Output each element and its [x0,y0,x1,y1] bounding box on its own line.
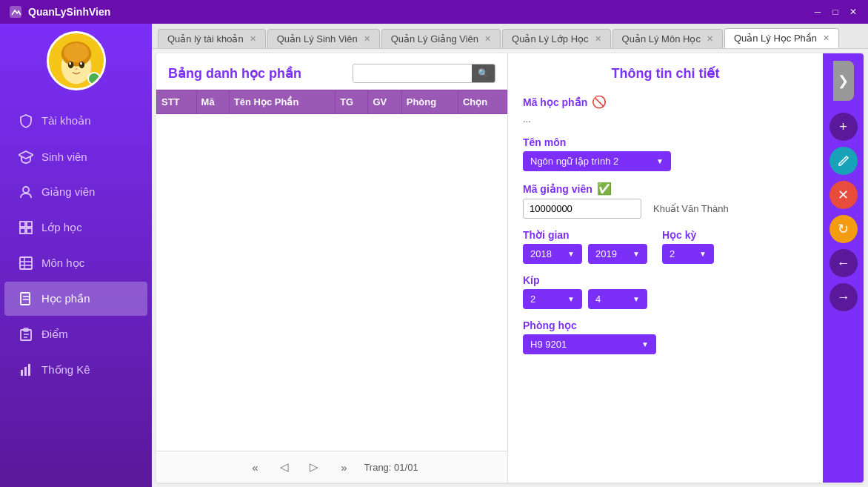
sidebar-label-tai-khoan: Tài khoản [41,114,91,127]
sidebar-label-giang-vien: Giảng viên [41,185,95,199]
phong-hoc-value: H9 9201 [530,339,567,350]
sidebar-item-lop-hoc[interactable]: Lớp học [4,211,147,245]
kip-value1-dropdown[interactable]: 2 ▼ [523,289,582,309]
phong-hoc-dropdown[interactable]: H9 9201 ▼ [523,334,656,354]
tab-label-lop-hoc: Quản Lý Lớp Học [512,33,589,44]
ma-hoc-phan-error-icon: 🚫 [592,95,607,109]
minimize-button[interactable]: ─ [812,6,824,18]
sidebar-item-thong-ke[interactable]: Thống Kê [4,353,147,387]
col-tg: TG [335,90,368,114]
sidebar-item-sinh-vien[interactable]: Sinh viên [4,139,147,173]
year-to-dropdown[interactable]: 2019 ▼ [588,244,647,264]
sidebar-item-diem[interactable]: Điểm [4,317,147,351]
tab-close-lop-hoc[interactable]: ✕ [595,34,601,44]
thoi-gian-group: Thời gian 2018 ▼ 2019 ▼ [523,229,808,264]
kip-v1-arrow-icon: ▼ [567,295,575,303]
ten-mon-dropdown[interactable]: Ngôn ngữ lập trình 2 ▼ [523,151,671,171]
tab-label-sinh-vien: Quản Lý Sinh Viên [277,33,358,44]
prev-page-button[interactable]: ◁ [275,457,294,477]
hoc-phan-table: STT Mã Tên Học Phần TG GV Phòng Chọn [156,90,507,114]
col-phong: Phòng [401,90,458,114]
ten-mon-label: Tên môn [523,136,808,148]
svg-point-5 [67,62,73,68]
sidebar-item-mon-hoc[interactable]: Môn học [4,246,147,280]
kip-group: Kíp 2 ▼ 4 ▼ [523,274,808,309]
sidebar-item-hoc-phan[interactable]: Học phần [4,282,147,316]
clipboard-icon [18,326,34,342]
tab-close-mon-hoc[interactable]: ✕ [707,34,713,44]
ma-giang-vien-input[interactable] [523,199,641,219]
tab-label-mon-hoc: Quản Lý Môn Học [622,33,701,44]
sidebar-item-tai-khoan[interactable]: Tài khoản [4,104,147,138]
left-panel-header: Bảng danh học phần 🔍 [156,53,507,90]
sidebar: Tài khoản Sinh viên Giảng viên [0,24,152,487]
sidebar-label-thong-ke: Thống Kê [41,363,90,377]
ma-hoc-phan-value: ... [523,112,808,126]
edit-button[interactable] [829,147,858,175]
svg-point-6 [79,62,84,68]
sidebar-label-lop-hoc: Lớp học [41,221,82,234]
svg-rect-28 [24,367,27,376]
tab-close-hoc-phan[interactable]: ✕ [823,33,829,43]
sidebar-label-sinh-vien: Sinh viên [41,150,87,163]
main-panel: Bảng danh học phần 🔍 STT Mã Tên Học Phần [156,53,864,483]
col-gv: GV [368,90,401,114]
year-to-arrow-icon: ▼ [632,250,640,258]
ten-mon-group: Tên môn Ngôn ngữ lập trình 2 ▼ [523,136,808,171]
ten-mon-arrow-icon: ▼ [656,157,664,165]
import-button[interactable]: ← [829,249,858,277]
search-input[interactable] [353,65,472,82]
hoc-ky-group: Học kỳ 2 ▼ [662,229,714,264]
sidebar-label-mon-hoc: Môn học [41,256,84,270]
right-toolbar: ❯ + ✕ ↻ ← → [823,53,864,483]
search-box: 🔍 [353,64,495,83]
tab-tai-khoan[interactable]: Quản lý tài khoản ✕ [158,29,266,48]
title-bar: QuanLySinhVien ─ □ ✕ [0,0,868,24]
grid-icon [18,219,34,236]
expand-panel-button[interactable]: ❯ [833,61,854,101]
cancel-button[interactable]: ✕ [829,181,858,209]
ma-hoc-phan-group: Mã học phần 🚫 ... [523,95,808,126]
tab-hoc-phan[interactable]: Quản Lý Học Phần ✕ [724,28,839,48]
tab-bar: Quản lý tài khoản ✕ Quản Lý Sinh Viên ✕ … [152,24,868,49]
kip-value2-dropdown[interactable]: 4 ▼ [588,289,647,309]
tab-sinh-vien[interactable]: Quản Lý Sinh Viên ✕ [267,29,380,48]
svg-rect-13 [27,222,32,227]
tab-label-giang-vien: Quản Lý Giảng Viên [391,33,478,44]
col-ma: Mã [196,90,229,114]
phong-hoc-group: Phòng học H9 9201 ▼ [523,319,808,354]
col-stt: STT [157,90,197,114]
left-panel: Bảng danh học phần 🔍 STT Mã Tên Học Phần [156,53,508,483]
refresh-button[interactable]: ↻ [829,215,858,243]
book-icon [18,291,34,307]
sidebar-item-giang-vien[interactable]: Giảng viên [4,175,147,209]
tab-label-tai-khoan: Quản lý tài khoản [167,33,244,44]
tab-close-giang-vien[interactable]: ✕ [484,34,491,44]
svg-point-4 [64,43,88,62]
tab-mon-hoc[interactable]: Quản Lý Môn Học ✕ [612,29,723,48]
maximize-button[interactable]: □ [829,6,841,18]
hoc-ky-dropdown[interactable]: 2 ▼ [662,244,714,264]
page-info: Trang: 01/01 [364,462,418,473]
col-ten: Tên Học Phần [229,90,335,114]
svg-point-7 [69,62,71,65]
tab-close-tai-khoan[interactable]: ✕ [250,34,256,44]
add-button[interactable]: + [829,113,858,141]
tab-lop-hoc[interactable]: Quản Lý Lớp Học ✕ [502,29,611,48]
ma-hoc-phan-label: Mã học phần 🚫 [523,95,808,109]
shield-icon [18,113,34,129]
svg-point-11 [23,187,29,193]
svg-rect-14 [20,228,25,233]
first-page-button[interactable]: « [245,457,264,477]
year-from-dropdown[interactable]: 2018 ▼ [523,244,582,264]
next-page-button[interactable]: ▷ [304,457,324,477]
tab-giang-vien[interactable]: Quản Lý Giảng Viên ✕ [381,29,501,48]
search-button[interactable]: 🔍 [472,64,495,82]
close-button[interactable]: ✕ [847,6,859,18]
svg-point-9 [75,68,78,70]
last-page-button[interactable]: » [334,457,353,477]
export-button[interactable]: → [829,283,858,311]
person-icon [18,184,34,200]
tab-close-sinh-vien[interactable]: ✕ [364,34,370,44]
svg-rect-15 [27,228,32,233]
